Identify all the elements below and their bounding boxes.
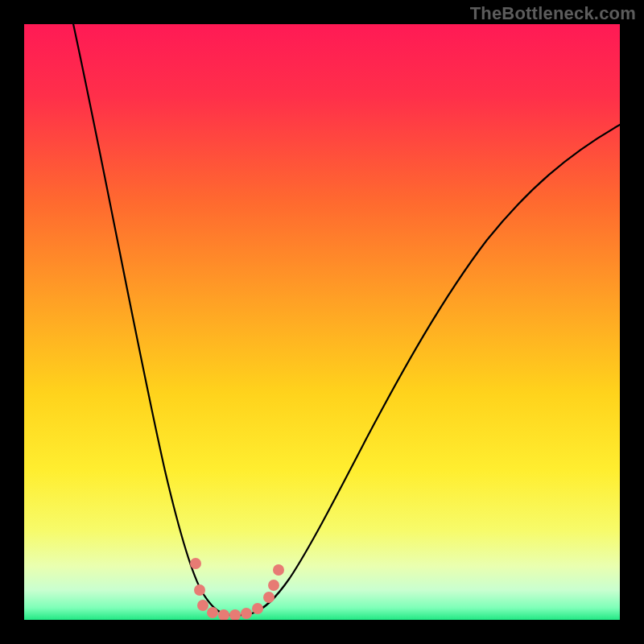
svg-point-10: [268, 580, 279, 591]
svg-point-6: [229, 609, 241, 620]
svg-point-11: [273, 564, 284, 576]
svg-point-2: [194, 584, 205, 596]
bottleneck-curve: [24, 24, 620, 620]
plot-area: [24, 24, 620, 620]
svg-point-4: [207, 607, 218, 618]
svg-point-7: [241, 608, 252, 619]
svg-point-3: [197, 600, 208, 611]
svg-point-9: [263, 592, 275, 603]
marker-dots: [190, 558, 284, 620]
chart-frame: TheBottleneck.com: [0, 0, 644, 644]
curve-line: [72, 24, 620, 615]
svg-point-1: [190, 558, 201, 569]
svg-point-8: [252, 603, 263, 614]
watermark-text: TheBottleneck.com: [470, 3, 636, 24]
